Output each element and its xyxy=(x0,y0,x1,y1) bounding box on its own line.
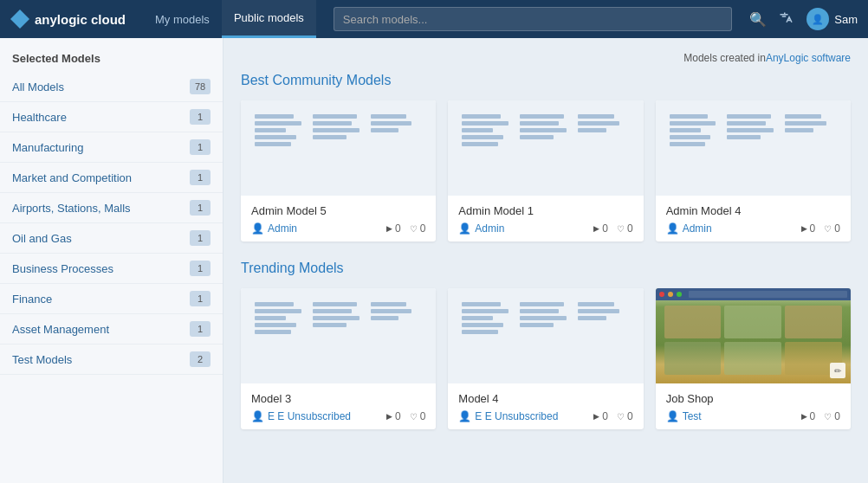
thumb-grid xyxy=(663,107,844,189)
sidebar-item-business-processes[interactable]: Business Processes 1 xyxy=(0,254,223,284)
model-card-model3[interactable]: Model 3 👤 E E Unsubscribed ▶ 0 xyxy=(241,288,436,429)
model-card-admin5[interactable]: Admin Model 5 👤 Admin ▶ 0 ♡ xyxy=(241,100,436,242)
play-stat: ▶ 0 xyxy=(593,222,608,235)
play-stat: ▶ 0 xyxy=(801,410,816,422)
model-stats: ▶ 0 ♡ 0 xyxy=(801,410,840,422)
sidebar-item-finance[interactable]: Finance 1 xyxy=(0,284,223,314)
sidebar-item-market[interactable]: Market and Competition 1 xyxy=(0,163,223,193)
sidebar-item-test-models[interactable]: Test Models 2 xyxy=(0,345,223,375)
model-thumb xyxy=(448,288,643,383)
model-info: Model 4 👤 E E Unsubscribed ▶ 0 xyxy=(448,383,643,429)
model-thumb xyxy=(656,100,851,196)
author-name: E E Unsubscribed xyxy=(475,410,558,422)
author-name: Admin xyxy=(268,222,297,235)
like-count: 0 xyxy=(834,410,840,422)
sidebar-item-all-models[interactable]: All Models 78 xyxy=(0,72,223,102)
heart-icon: ♡ xyxy=(824,412,832,422)
play-count: 0 xyxy=(395,410,401,422)
sidebar-item-airports[interactable]: Airports, Stations, Malls 1 xyxy=(0,193,223,223)
model-meta: 👤 E E Unsubscribed ▶ 0 ♡ 0 xyxy=(251,410,425,422)
model-author[interactable]: 👤 Test xyxy=(666,410,702,422)
play-count: 0 xyxy=(602,222,608,235)
main-content: Models created in AnyLogic software Best… xyxy=(223,38,868,483)
model-name: Admin Model 5 xyxy=(251,204,425,217)
thumb-grid xyxy=(248,295,429,377)
sidebar-item-label: Market and Competition xyxy=(12,171,132,184)
logo-text: anylogic cloud xyxy=(35,12,126,27)
sidebar-item-count: 1 xyxy=(190,139,211,155)
play-icon: ▶ xyxy=(593,224,599,233)
play-icon: ▶ xyxy=(386,224,392,233)
sidebar-item-count: 1 xyxy=(190,109,211,125)
model-card-model4[interactable]: Model 4 👤 E E Unsubscribed ▶ 0 xyxy=(448,288,643,429)
model-meta: 👤 Admin ▶ 0 ♡ 0 xyxy=(458,222,632,235)
model-author[interactable]: 👤 E E Unsubscribed xyxy=(458,410,558,422)
header: anylogic cloud My models Public models 🔍… xyxy=(0,0,868,38)
sidebar-item-asset-management[interactable]: Asset Management 1 xyxy=(0,314,223,345)
model-author[interactable]: 👤 E E Unsubscribed xyxy=(251,410,351,422)
play-stat: ▶ 0 xyxy=(801,222,816,235)
trending-title: Trending Models xyxy=(241,261,851,276)
sidebar-item-oil-gas[interactable]: Oil and Gas 1 xyxy=(0,223,223,254)
play-icon: ▶ xyxy=(593,412,599,421)
like-stat: ♡ 0 xyxy=(824,410,840,422)
heart-icon: ♡ xyxy=(617,224,625,234)
author-name: Admin xyxy=(475,222,504,235)
sidebar-item-healthcare[interactable]: Healthcare 1 xyxy=(0,102,223,132)
model-thumb-image: ✏ xyxy=(656,288,851,383)
person-icon: 👤 xyxy=(458,410,471,422)
like-count: 0 xyxy=(420,222,426,235)
model-card-admin1[interactable]: Admin Model 1 👤 Admin ▶ 0 ♡ xyxy=(448,100,643,242)
user-menu[interactable]: 👤 Sam xyxy=(806,8,858,30)
sidebar-item-label: Business Processes xyxy=(12,262,113,275)
like-stat: ♡ 0 xyxy=(410,222,426,235)
sidebar-item-label: Asset Management xyxy=(12,323,109,336)
layout: Selected Models All Models 78 Healthcare… xyxy=(0,38,868,483)
model-author[interactable]: 👤 Admin xyxy=(251,222,297,235)
model-meta: 👤 Test ▶ 0 ♡ 0 xyxy=(666,410,840,422)
model-author[interactable]: 👤 Admin xyxy=(458,222,504,235)
trending-grid: Model 3 👤 E E Unsubscribed ▶ 0 xyxy=(241,288,851,429)
play-icon: ▶ xyxy=(801,224,807,233)
model-name: Admin Model 4 xyxy=(666,204,840,217)
header-nav: My models Public models xyxy=(143,0,316,38)
search-icon[interactable]: 🔍 xyxy=(749,11,767,28)
sidebar-item-label: Airports, Stations, Malls xyxy=(12,202,131,215)
model-author[interactable]: 👤 Admin xyxy=(666,222,712,235)
model-stats: ▶ 0 ♡ 0 xyxy=(593,222,632,235)
anylogic-link[interactable]: AnyLogic software xyxy=(766,52,851,64)
model-info: Job Shop 👤 Test ▶ 0 ♡ xyxy=(656,383,851,429)
nav-my-models[interactable]: My models xyxy=(143,0,222,38)
person-icon: 👤 xyxy=(458,222,471,235)
search-input[interactable] xyxy=(334,7,732,31)
model-name: Job Shop xyxy=(666,392,840,405)
model-name: Model 4 xyxy=(458,392,632,405)
model-meta: 👤 Admin ▶ 0 ♡ 0 xyxy=(251,222,425,235)
like-stat: ♡ 0 xyxy=(410,410,426,422)
sidebar-item-count: 1 xyxy=(190,200,211,216)
model-card-jobshop[interactable]: ✏ Job Shop 👤 Test ▶ 0 xyxy=(656,288,851,429)
person-icon: 👤 xyxy=(251,410,264,422)
sidebar-item-count: 1 xyxy=(190,321,211,337)
model-card-admin4[interactable]: Admin Model 4 👤 Admin ▶ 0 ♡ xyxy=(656,100,851,242)
sidebar-item-manufacturing[interactable]: Manufacturing 1 xyxy=(0,132,223,163)
model-thumb xyxy=(241,100,436,196)
model-thumb xyxy=(241,288,436,383)
model-meta: 👤 Admin ▶ 0 ♡ 0 xyxy=(666,222,840,235)
model-name: Admin Model 1 xyxy=(458,204,632,217)
thumb-grid xyxy=(455,295,636,377)
nav-public-models[interactable]: Public models xyxy=(222,0,316,38)
sidebar-item-count: 78 xyxy=(190,79,211,94)
sidebar-item-label: Oil and Gas xyxy=(12,232,72,245)
user-name: Sam xyxy=(834,13,858,26)
sidebar-item-count: 2 xyxy=(190,351,211,367)
play-icon: ▶ xyxy=(801,412,807,421)
logo[interactable]: anylogic cloud xyxy=(10,10,126,29)
sidebar-item-count: 1 xyxy=(190,230,211,246)
model-info: Admin Model 5 👤 Admin ▶ 0 ♡ xyxy=(241,196,436,242)
sidebar-item-count: 1 xyxy=(190,291,211,306)
like-count: 0 xyxy=(627,222,633,235)
translate-icon[interactable] xyxy=(779,11,794,27)
author-name: E E Unsubscribed xyxy=(268,410,351,422)
best-community-title: Best Community Models xyxy=(241,73,851,88)
